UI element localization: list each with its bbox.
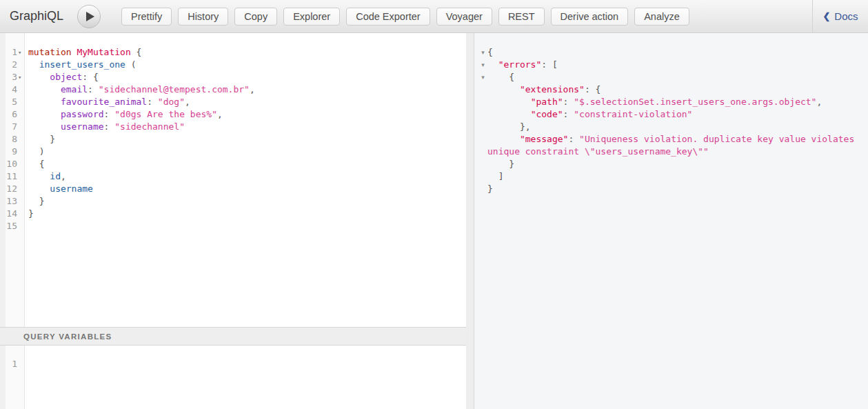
response-row: "message": "Uniqueness violation. duplic… (478, 133, 864, 158)
docs-button[interactable]: ❮ Docs (812, 0, 868, 33)
code-line[interactable]: username: "sidechannel" (28, 121, 463, 133)
fold-arrow-icon[interactable]: ▾ (18, 71, 25, 83)
left-strip (0, 33, 6, 327)
line-number: 9 (6, 146, 24, 158)
fold-gutter-spacer (478, 158, 487, 170)
line-number: 10 (6, 158, 24, 170)
line-number: 13 (6, 195, 24, 208)
line-number: 6 (6, 108, 24, 121)
line-number: 8 (6, 133, 24, 146)
query-gutter: 1▾23▾456789101112131415 (6, 33, 25, 327)
response-row: ] (478, 170, 864, 183)
app-title: GraphiQL (10, 9, 63, 23)
fold-gutter-spacer (478, 83, 487, 96)
query-variables-title: QUERY VARIABLES (23, 332, 112, 341)
code-line[interactable]: } (28, 208, 463, 220)
response-pane: ▾{▾ "errors": [▾ { "extensions": { "path… (474, 33, 868, 409)
line-number: 11 (6, 170, 24, 183)
response-row: }, (478, 121, 864, 133)
toolbar-button-rest[interactable]: REST (498, 8, 545, 26)
fold-gutter-spacer (478, 183, 487, 195)
code-line[interactable] (28, 220, 463, 232)
left-strip (0, 346, 6, 409)
code-line[interactable]: object: { (28, 71, 463, 83)
line-number: 5 (6, 96, 24, 108)
code-line: "message": "Uniqueness violation. duplic… (487, 133, 864, 158)
docs-label: Docs (834, 10, 858, 22)
response-code-area: ▾{▾ "errors": [▾ { "extensions": { "path… (478, 46, 864, 195)
toolbar-button-analyze[interactable]: Analyze (634, 8, 689, 26)
response-row: "extensions": { (478, 83, 864, 96)
query-code-area[interactable]: mutation MyMutation { insert_users_one (… (25, 33, 466, 327)
fold-arrow-icon[interactable]: ▾ (18, 46, 25, 59)
code-line: } (487, 158, 864, 170)
toolbar-buttons: PrettifyHistoryCopyExplorerCode Exporter… (121, 8, 696, 26)
code-line[interactable]: password: "d0gs Are the bes%", (28, 108, 463, 121)
line-number: 2 (6, 59, 24, 71)
fold-gutter-spacer (478, 96, 487, 108)
chevron-left-icon: ❮ (822, 11, 830, 21)
query-pane: 1▾23▾456789101112131415 mutation MyMutat… (0, 33, 466, 409)
code-line[interactable]: insert_users_one ( (28, 59, 463, 71)
toolbar-button-history[interactable]: History (178, 8, 228, 26)
execute-button[interactable] (77, 5, 101, 28)
toolbar-button-code-exporter[interactable]: Code Exporter (346, 8, 430, 26)
code-line: } (487, 183, 864, 195)
code-line: "extensions": { (487, 83, 864, 96)
toolbar-button-prettify[interactable]: Prettify (121, 8, 172, 26)
line-number: 15 (6, 220, 24, 232)
query-variables-title-bar[interactable]: QUERY VARIABLES (0, 327, 466, 346)
code-line[interactable]: username (28, 183, 463, 195)
code-line[interactable]: favourite_animal: "dog", (28, 96, 463, 108)
code-line[interactable]: mutation MyMutation { (28, 46, 463, 59)
code-line[interactable]: } (28, 133, 463, 146)
fold-gutter-spacer (478, 170, 487, 183)
code-line[interactable]: ) (28, 146, 463, 158)
code-line[interactable]: } (28, 195, 463, 208)
code-line[interactable]: id, (28, 170, 463, 183)
line-number: 12 (6, 183, 24, 195)
line-number: 1 (6, 358, 24, 370)
code-line[interactable]: { (28, 158, 463, 170)
code-line: "code": "constraint-violation" (487, 108, 864, 121)
response-row: "path": "$.selectionSet.insert_users_one… (478, 96, 864, 108)
pane-resize-handle[interactable] (466, 33, 474, 409)
play-icon (86, 12, 94, 21)
variables-code-area[interactable] (25, 346, 466, 409)
code-line: ] (487, 170, 864, 183)
toolbar-button-derive-action[interactable]: Derive action (551, 8, 629, 26)
code-line: }, (487, 121, 864, 133)
line-number: 4 (6, 83, 24, 96)
variables-gutter: 1 (6, 346, 25, 409)
code-line: "path": "$.selectionSet.insert_users_one… (487, 96, 864, 108)
code-line: "errors": [ (487, 59, 864, 71)
toolbar-button-copy[interactable]: Copy (234, 8, 277, 26)
fold-gutter-spacer (478, 133, 487, 158)
main-area: 1▾23▾456789101112131415 mutation MyMutat… (0, 33, 868, 409)
fold-arrow-icon[interactable]: ▾ (478, 59, 487, 71)
query-editor: 1▾23▾456789101112131415 mutation MyMutat… (0, 33, 466, 327)
code-line: { (487, 46, 864, 59)
fold-gutter-spacer (478, 121, 487, 133)
response-row: ▾ { (478, 71, 864, 83)
response-row: "code": "constraint-violation" (478, 108, 864, 121)
response-row: ▾ "errors": [ (478, 59, 864, 71)
response-row: } (478, 158, 864, 170)
response-row: } (478, 183, 864, 195)
line-number: 7 (6, 121, 24, 133)
fold-arrow-icon[interactable]: ▾ (478, 71, 487, 83)
line-number: 14 (6, 208, 24, 220)
toolbar-button-explorer[interactable]: Explorer (283, 8, 340, 26)
code-line: { (487, 71, 864, 83)
topbar: GraphiQL PrettifyHistoryCopyExplorerCode… (0, 0, 868, 33)
fold-arrow-icon[interactable]: ▾ (478, 46, 487, 59)
variables-editor: 1 (0, 346, 466, 409)
response-row: ▾{ (478, 46, 864, 59)
toolbar-button-voyager[interactable]: Voyager (436, 8, 492, 26)
code-line[interactable]: email: "sidechannel@tempest.com.br", (28, 83, 463, 96)
fold-gutter-spacer (478, 108, 487, 121)
